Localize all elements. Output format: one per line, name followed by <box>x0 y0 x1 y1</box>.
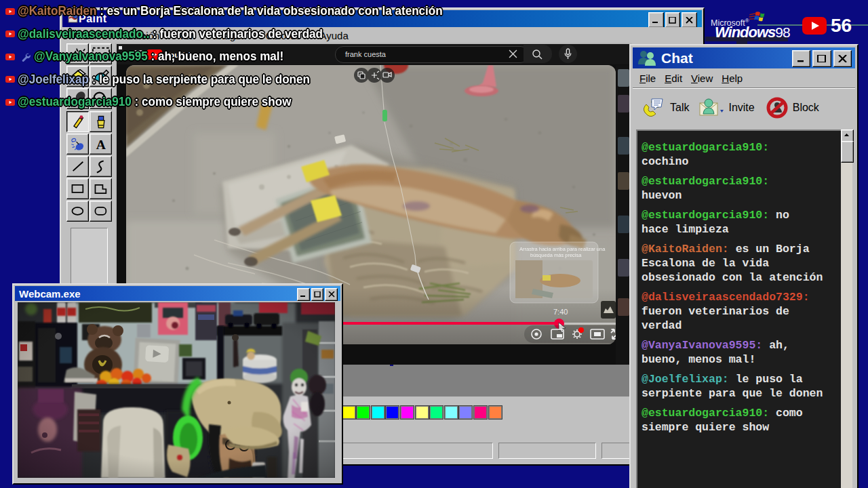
svg-text:Arrastra hacia arriba para rea: Arrastra hacia arriba para realizar una <box>519 246 606 252</box>
svg-text:A: A <box>96 138 105 152</box>
svg-text:7:40: 7:40 <box>553 308 568 316</box>
svg-text:búsqueda más precisa: búsqueda más precisa <box>530 252 582 258</box>
